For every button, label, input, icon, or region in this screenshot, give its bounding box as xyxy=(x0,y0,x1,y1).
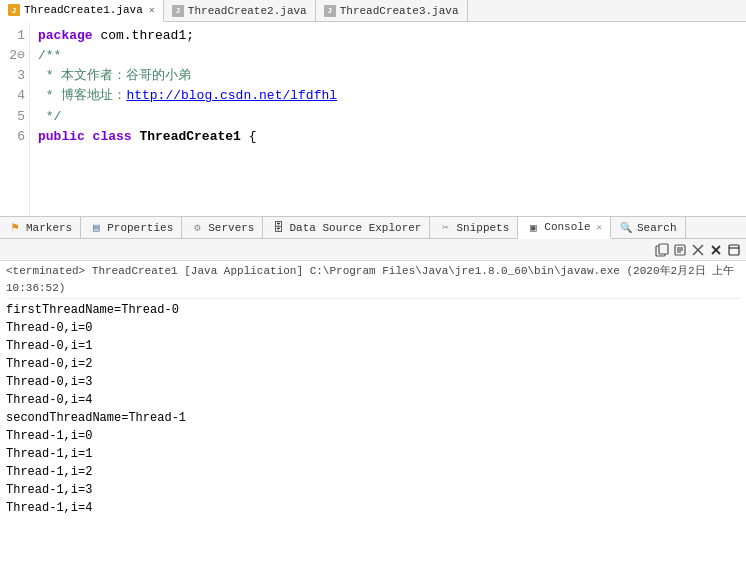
tab-console[interactable]: Console ✕ xyxy=(518,217,611,239)
minimize-panel-button[interactable] xyxy=(726,242,742,258)
markers-icon xyxy=(8,221,22,235)
tab-label: ThreadCreate3.java xyxy=(340,5,459,17)
search-label: Search xyxy=(637,222,677,234)
markers-label: Markers xyxy=(26,222,72,234)
code-line-1: package com.thread1; xyxy=(38,26,738,46)
close-console-button[interactable] xyxy=(708,242,724,258)
line-numbers: 1 2⊖ 3 4 5 6 xyxy=(0,22,30,216)
tab-threadcreate3[interactable]: J ThreadCreate3.java xyxy=(316,0,468,21)
code-line-2: /** xyxy=(38,46,738,66)
console-line-9: Thread-1,i=1 xyxy=(6,445,740,463)
snippets-label: Snippets xyxy=(456,222,509,234)
servers-label: Servers xyxy=(208,222,254,234)
console-icon xyxy=(526,220,540,234)
panel-tab-bar: Markers Properties Servers Data Source E… xyxy=(0,217,746,239)
code-line-3: * 本文作者：谷哥的小弟 xyxy=(38,66,738,86)
tab-close-icon[interactable]: ✕ xyxy=(149,4,155,16)
paste-button[interactable] xyxy=(672,242,688,258)
code-area[interactable]: package com.thread1;/** * 本文作者：谷哥的小弟 * 博… xyxy=(30,22,746,216)
properties-label: Properties xyxy=(107,222,173,234)
tab-properties[interactable]: Properties xyxy=(81,217,182,238)
tab-markers[interactable]: Markers xyxy=(0,217,81,238)
console-label: Console xyxy=(544,221,590,233)
console-toolbar xyxy=(0,239,746,261)
snippets-icon xyxy=(438,221,452,235)
tab-search[interactable]: Search xyxy=(611,217,686,238)
search-icon xyxy=(619,221,633,235)
tab-label: ThreadCreate1.java xyxy=(24,4,143,16)
datasource-icon xyxy=(271,221,285,235)
code-line-4: * 博客地址：http://blog.csdn.net/lfdfhl xyxy=(38,86,738,106)
console-line-8: Thread-1,i=0 xyxy=(6,427,740,445)
console-line-11: Thread-1,i=3 xyxy=(6,481,740,499)
console-close-icon[interactable]: ✕ xyxy=(597,222,602,233)
console-line-6: Thread-0,i=4 xyxy=(6,391,740,409)
java-file-icon2: J xyxy=(172,5,184,17)
java-file-icon: J xyxy=(8,4,20,16)
console-line-12: Thread-1,i=4 xyxy=(6,499,740,517)
tab-datasource[interactable]: Data Source Explorer xyxy=(263,217,430,238)
tab-label: ThreadCreate2.java xyxy=(188,5,307,17)
console-line-10: Thread-1,i=2 xyxy=(6,463,740,481)
tab-threadcreate2[interactable]: J ThreadCreate2.java xyxy=(164,0,316,21)
tab-threadcreate1[interactable]: J ThreadCreate1.java ✕ xyxy=(0,0,164,22)
datasource-label: Data Source Explorer xyxy=(289,222,421,234)
editor-tab-bar: J ThreadCreate1.java ✕ J ThreadCreate2.j… xyxy=(0,0,746,22)
servers-icon xyxy=(190,221,204,235)
svg-rect-1 xyxy=(659,244,668,254)
copy-stack-button[interactable] xyxy=(654,242,670,258)
code-line-6: public class ThreadCreate1 { xyxy=(38,127,738,147)
code-editor: 1 2⊖ 3 4 5 6 package com.thread1;/** * 本… xyxy=(0,22,746,217)
console-line-2: Thread-0,i=0 xyxy=(6,319,740,337)
code-line-5: */ xyxy=(38,107,738,127)
tab-snippets[interactable]: Snippets xyxy=(430,217,518,238)
console-line-3: Thread-0,i=1 xyxy=(6,337,740,355)
console-output[interactable]: <terminated> ThreadCreate1 [Java Applica… xyxy=(0,261,746,558)
java-file-icon3: J xyxy=(324,5,336,17)
properties-icon xyxy=(89,221,103,235)
svg-rect-10 xyxy=(729,245,739,255)
console-line-4: Thread-0,i=2 xyxy=(6,355,740,373)
clear-console-button[interactable] xyxy=(690,242,706,258)
horizontal-scrollbar[interactable] xyxy=(0,216,746,217)
tab-servers[interactable]: Servers xyxy=(182,217,263,238)
console-line-7: secondThreadName=Thread-1 xyxy=(6,409,740,427)
console-status-line: <terminated> ThreadCreate1 [Java Applica… xyxy=(6,263,740,299)
console-line-5: Thread-0,i=3 xyxy=(6,373,740,391)
console-line-1: firstThreadName=Thread-0 xyxy=(6,301,740,319)
